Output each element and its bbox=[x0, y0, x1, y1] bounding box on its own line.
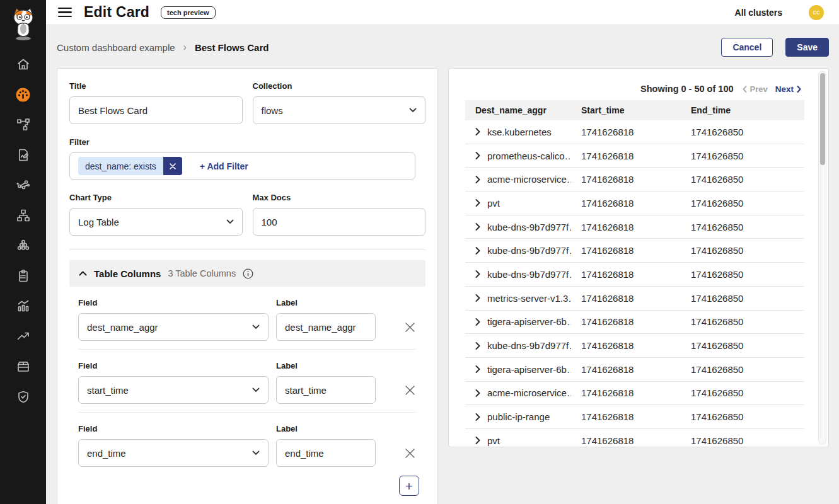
chevron-down-icon bbox=[252, 324, 260, 329]
cluster-selector[interactable]: All clusters bbox=[735, 8, 782, 18]
breadcrumb: Custom dashboard example › Best Flows Ca… bbox=[57, 36, 269, 59]
flow-end-time: 1741626850 bbox=[681, 151, 804, 161]
action-bar: Cancel Save bbox=[721, 38, 829, 57]
label-input[interactable] bbox=[276, 376, 376, 404]
expand-row-icon[interactable] bbox=[475, 152, 480, 159]
table-row[interactable]: metrics-server-v1.3…17416268181741626850 bbox=[465, 287, 804, 311]
table-row[interactable]: kube-dns-9b7d977f…17416268181741626850 bbox=[465, 334, 804, 358]
expand-row-icon[interactable] bbox=[475, 128, 480, 135]
flow-end-time: 1741626850 bbox=[681, 245, 804, 256]
remove-column-icon[interactable] bbox=[405, 322, 415, 333]
filter-tag: dest_name: exists bbox=[78, 157, 182, 175]
field-select[interactable]: start_time bbox=[78, 376, 269, 404]
flow-end-time: 1741626850 bbox=[681, 435, 804, 446]
add-column-button[interactable]: + bbox=[399, 476, 419, 496]
max-docs-input[interactable] bbox=[253, 208, 426, 236]
expand-row-icon[interactable] bbox=[475, 389, 480, 397]
collection-label: Collection bbox=[253, 81, 426, 91]
package-icon bbox=[16, 359, 31, 374]
sidebar-item-clipboard[interactable] bbox=[0, 261, 46, 291]
tech-preview-badge: tech preview bbox=[161, 6, 216, 19]
title-input[interactable] bbox=[69, 96, 243, 124]
add-filter-link[interactable]: + Add Filter bbox=[200, 161, 248, 171]
expand-row-icon[interactable] bbox=[475, 270, 480, 278]
cancel-button[interactable]: Cancel bbox=[721, 38, 773, 57]
table-row[interactable]: kube-dns-9b7d977f…17416268181741626850 bbox=[465, 215, 804, 239]
sidebar-item-trending[interactable] bbox=[0, 321, 46, 352]
table-columns-section-header[interactable]: Table Columns 3 Table Columns bbox=[69, 260, 425, 287]
table-row[interactable]: kse.kubernetes17416268181741626850 bbox=[465, 120, 804, 144]
save-button[interactable]: Save bbox=[785, 38, 829, 57]
avatar[interactable]: cc bbox=[809, 5, 824, 20]
label-label: Label bbox=[276, 298, 376, 307]
sidebar-item-security[interactable] bbox=[0, 382, 46, 412]
field-label: Field bbox=[78, 361, 269, 370]
chart-type-select[interactable]: Log Table bbox=[69, 208, 243, 236]
expand-row-icon[interactable] bbox=[475, 318, 480, 326]
flow-end-time: 1741626850 bbox=[681, 222, 804, 232]
table-row[interactable]: kube-dns-9b7d977f…17416268181741626850 bbox=[465, 263, 804, 287]
table-row[interactable]: acme-microservice…17416268181741626850 bbox=[465, 168, 804, 192]
sidebar-item-cluster-nodes[interactable] bbox=[0, 231, 46, 261]
breadcrumb-parent[interactable]: Custom dashboard example bbox=[57, 42, 175, 53]
sidebar-item-sitemap[interactable] bbox=[0, 200, 46, 231]
flow-start-time: 1741626818 bbox=[571, 269, 681, 280]
collection-select[interactable]: flows bbox=[253, 96, 426, 124]
field-select[interactable]: dest_name_aggr bbox=[78, 313, 269, 341]
flow-dest-name: public-ip-range bbox=[487, 411, 550, 422]
clipboard-icon bbox=[16, 268, 31, 284]
sidebar-item-bar-stats[interactable] bbox=[0, 291, 46, 321]
table-row[interactable]: kube-dns-9b7d977f…17416268181741626850 bbox=[465, 239, 804, 263]
chevron-down-icon bbox=[409, 108, 417, 113]
remove-column-icon[interactable] bbox=[405, 448, 415, 459]
expand-row-icon[interactable] bbox=[475, 176, 480, 183]
table-row[interactable]: pvt17416268181741626850 bbox=[465, 429, 804, 447]
remove-filter-icon[interactable] bbox=[163, 157, 182, 175]
expand-row-icon[interactable] bbox=[475, 294, 480, 302]
column-editor-row: Field start_time Label bbox=[69, 350, 425, 412]
label-input[interactable] bbox=[276, 439, 376, 467]
table-row[interactable]: tigera-apiserver-6b…17416268181741626850 bbox=[465, 311, 804, 335]
flow-dest-name: kube-dns-9b7d977f… bbox=[487, 340, 571, 351]
sidebar-item-network-topology[interactable] bbox=[0, 110, 46, 140]
flow-dest-name: kse.kubernetes bbox=[487, 127, 552, 137]
trending-up-icon bbox=[16, 329, 31, 344]
next-page-button[interactable]: Next bbox=[775, 84, 801, 94]
table-row[interactable]: prometheus-calico…17416268181741626850 bbox=[465, 144, 804, 168]
prev-page-button[interactable]: Prev bbox=[743, 84, 768, 94]
sidebar-item-dashboard[interactable] bbox=[0, 79, 46, 110]
expand-row-icon[interactable] bbox=[475, 437, 480, 444]
sidebar-item-package[interactable] bbox=[0, 352, 46, 382]
menu-toggle-icon[interactable] bbox=[58, 8, 72, 18]
sidebar-item-home[interactable] bbox=[0, 49, 46, 79]
flow-start-time: 1741626818 bbox=[571, 387, 681, 398]
field-select[interactable]: end_time bbox=[78, 439, 269, 467]
table-row[interactable]: tigera-apiserver-6b…17416268181741626850 bbox=[465, 358, 804, 382]
flow-end-time: 1741626850 bbox=[681, 293, 804, 304]
table-row[interactable]: pvt17416268181741626850 bbox=[465, 192, 804, 215]
expand-row-icon[interactable] bbox=[475, 247, 480, 255]
expand-row-icon[interactable] bbox=[475, 342, 480, 350]
page-title: Edit Card bbox=[84, 4, 149, 21]
label-input[interactable] bbox=[276, 313, 376, 341]
expand-row-icon[interactable] bbox=[475, 413, 480, 421]
info-icon[interactable] bbox=[243, 268, 253, 279]
table-row[interactable]: public-ip-range17416268181741626850 bbox=[465, 405, 804, 429]
expand-row-icon[interactable] bbox=[475, 199, 480, 207]
expand-row-icon[interactable] bbox=[475, 365, 480, 373]
card-preview-panel: Showing 0 - 50 of 100 Prev Next Dest_nam… bbox=[448, 68, 829, 447]
sidebar-item-service-graph[interactable] bbox=[0, 170, 46, 200]
scrollbar-thumb[interactable] bbox=[820, 73, 825, 165]
expand-row-icon[interactable] bbox=[475, 223, 480, 231]
sidebar-item-policy-editor[interactable] bbox=[0, 140, 46, 170]
flow-start-time: 1741626818 bbox=[571, 222, 681, 232]
flow-dest-name: prometheus-calico… bbox=[487, 151, 571, 161]
filter-label: Filter bbox=[69, 137, 425, 147]
pagination: Showing 0 - 50 of 100 Prev Next bbox=[640, 84, 801, 94]
remove-column-icon[interactable] bbox=[405, 385, 415, 396]
table-row[interactable]: acme-microservice…17416268181741626850 bbox=[465, 382, 804, 406]
scrollbar-track[interactable] bbox=[818, 71, 826, 445]
filter-input-area[interactable]: dest_name: exists + Add Filter bbox=[69, 152, 415, 180]
flow-start-time: 1741626818 bbox=[571, 340, 681, 351]
flow-dest-name: kube-dns-9b7d977f… bbox=[487, 245, 571, 256]
